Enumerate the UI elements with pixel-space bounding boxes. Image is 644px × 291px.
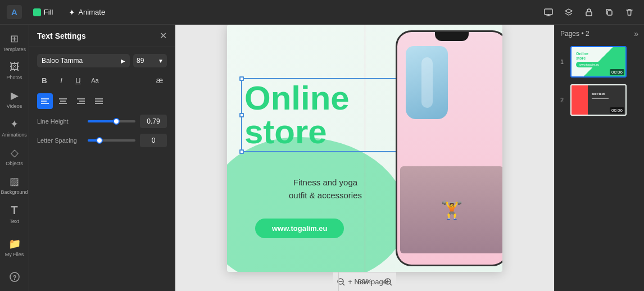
present-icon[interactable] [541, 4, 556, 20]
pages-header: Pages • 2 » [555, 25, 644, 43]
style-row: B I U Aa æ [37, 73, 167, 88]
align-justify-button[interactable] [91, 93, 107, 109]
fill-label: Fill [44, 8, 53, 16]
text-type-label: A [11, 7, 17, 17]
handle-bottom-left[interactable] [239, 149, 244, 154]
design-canvas: Onlinestore Fitness and yogaoutfit & acc… [227, 25, 502, 272]
sidebar-item-background[interactable]: ▨ Background [2, 172, 27, 198]
phone-mockup: 🏋️ [396, 30, 502, 266]
line-height-thumb[interactable] [113, 118, 120, 125]
page-1-number: 1 [560, 58, 567, 65]
close-button[interactable]: ✕ [160, 30, 167, 41]
line-height-label: Line Height [37, 118, 83, 125]
sidebar-item-myfiles[interactable]: 📁 My Files [2, 234, 27, 261]
letter-spacing-thumb[interactable] [96, 137, 103, 144]
line-height-slider[interactable] [88, 120, 135, 122]
page-2-number: 2 [560, 97, 567, 103]
pages-expand-button[interactable]: » [634, 29, 638, 38]
page-thumb-2[interactable]: 2 text text————— 00:06 [559, 83, 640, 117]
panel-content: Baloo Tamma ▶ 89 ▼ B I U Aa æ [29, 47, 175, 154]
line-height-value[interactable]: 0.79 [140, 115, 167, 128]
panel-title: Text Settings [37, 31, 86, 40]
align-left-button[interactable] [37, 93, 53, 109]
phone-notch [435, 32, 469, 41]
dumbbells-img: 🏋️ [400, 166, 502, 253]
bold-button[interactable]: B [37, 73, 52, 88]
sidebar-item-photos[interactable]: 🖼 Photos [2, 58, 27, 84]
sidebar-item-text[interactable]: T Text [2, 201, 27, 228]
selected-text-box[interactable]: Onlinestore [241, 78, 410, 152]
case-button[interactable]: Aa [88, 73, 102, 88]
pages-title: Pages • 2 [560, 30, 589, 38]
animations-icon: ✦ [10, 118, 19, 130]
letter-spacing-slider[interactable] [88, 139, 135, 142]
objects-icon: ◇ [11, 147, 19, 159]
italic-button[interactable]: I [54, 73, 69, 88]
line-height-fill [88, 120, 116, 122]
pages-panel: Pages • 2 » 1 Onlinestore www.togalim.eu… [554, 25, 644, 291]
bottom-toolbar: 69% + New page [333, 272, 396, 291]
blob-shape [227, 137, 407, 272]
layers-icon[interactable] [561, 4, 577, 20]
font-size-value: 89 [137, 57, 144, 65]
background-icon: ▨ [10, 175, 19, 188]
special-chars-button[interactable]: æ [152, 73, 167, 88]
online-store-text: Onlinestore [244, 81, 406, 149]
font-select-arrow: ▶ [121, 58, 125, 64]
new-page-button[interactable]: + New page [338, 272, 396, 291]
page-2-duration: 00:06 [610, 107, 624, 113]
font-family-select[interactable]: Baloo Tamma ▶ [37, 54, 130, 67]
svg-rect-2 [607, 11, 612, 15]
align-row [37, 93, 167, 109]
animate-button[interactable]: ✦ Animate [64, 6, 110, 19]
page-thumb-1[interactable]: 1 Onlinestore www.togalim.eu 00:06 [559, 45, 640, 79]
sidebar-icons: ⊞ Templates 🖼 Photos ▶ Videos ✦ Animatio… [0, 25, 29, 291]
underline-button[interactable]: U [71, 73, 85, 88]
page-2-thumbnail[interactable]: text text————— 00:06 [570, 84, 627, 116]
sidebar-item-videos[interactable]: ▶ Videos [2, 86, 27, 112]
main-layout: ⊞ Templates 🖼 Photos ▶ Videos ✦ Animatio… [0, 25, 644, 291]
animate-icon: ✦ [69, 8, 75, 17]
align-right-button[interactable] [73, 93, 89, 109]
phone-screen: 🏋️ [397, 32, 502, 265]
handle-middle-left[interactable] [239, 113, 244, 117]
subtitle-text: Fitness and yogaoutfit & accessories [241, 176, 410, 202]
myfiles-icon: 📁 [8, 238, 21, 250]
align-center-button[interactable] [55, 93, 71, 109]
delete-icon[interactable] [622, 4, 637, 20]
text-icon: T [11, 204, 17, 217]
handle-top-left[interactable] [239, 76, 244, 81]
templates-icon: ⊞ [10, 33, 19, 45]
videos-icon: ▶ [11, 89, 19, 102]
help-icon[interactable]: ? [6, 267, 23, 287]
url-button: www.togalim.eu [255, 219, 344, 238]
new-page-label: + New page [348, 278, 387, 286]
sidebar-item-animations[interactable]: ✦ Animations [2, 115, 27, 141]
letter-spacing-label: Letter Spacing [37, 137, 83, 144]
photos-icon: 🖼 [10, 61, 20, 73]
letter-spacing-value[interactable]: 0 [140, 134, 167, 147]
text-style-buttons: B I U Aa [37, 73, 102, 88]
font-row: Baloo Tamma ▶ 89 ▼ [37, 54, 167, 67]
sidebar-item-templates[interactable]: ⊞ Templates [2, 29, 27, 56]
toolbar-right [541, 4, 637, 20]
page-1-duration: 00:06 [610, 69, 624, 75]
page-1-thumbnail[interactable]: Onlinestore www.togalim.eu 00:06 [570, 46, 627, 78]
font-name-label: Baloo Tamma [42, 57, 83, 65]
duplicate-icon[interactable] [601, 4, 617, 20]
panel-header: Text Settings ✕ [29, 25, 175, 47]
water-bottle-img [406, 46, 448, 119]
svg-rect-0 [545, 9, 552, 15]
text-settings-panel: Text Settings ✕ Baloo Tamma ▶ 89 ▼ B I [29, 25, 175, 291]
lock-icon[interactable] [581, 4, 597, 20]
svg-text:?: ? [12, 274, 16, 281]
text-type-button[interactable]: A [7, 5, 22, 19]
svg-rect-1 [586, 12, 592, 16]
canvas-area: Onlinestore Fitness and yogaoutfit & acc… [175, 25, 554, 291]
sidebar-item-objects[interactable]: ◇ Objects [2, 143, 27, 170]
canvas-scroll: Onlinestore Fitness and yogaoutfit & acc… [175, 25, 554, 272]
font-size-select[interactable]: 89 ▼ [133, 54, 167, 67]
letter-spacing-row: Letter Spacing 0 [37, 134, 167, 147]
animate-label: Animate [78, 8, 105, 16]
fill-button[interactable]: Fill [29, 6, 58, 19]
